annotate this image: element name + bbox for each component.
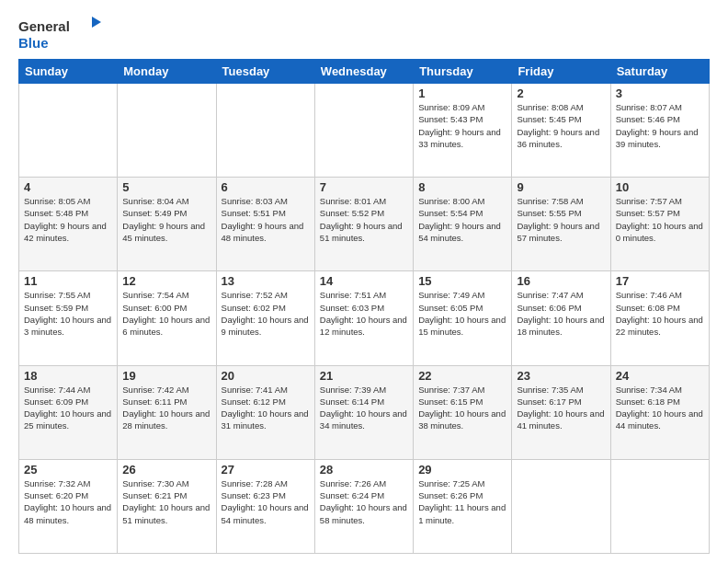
day-number: 4: [24, 180, 112, 194]
day-cell: 27Sunrise: 7:28 AM Sunset: 6:23 PM Dayli…: [216, 459, 314, 553]
day-number: 11: [24, 274, 112, 288]
day-number: 20: [222, 369, 310, 383]
week-row-2: 4Sunrise: 8:05 AM Sunset: 5:48 PM Daylig…: [19, 178, 710, 271]
day-number: 25: [24, 463, 112, 477]
day-info: Sunrise: 7:34 AM Sunset: 6:18 PM Dayligh…: [616, 384, 704, 432]
day-number: 6: [222, 180, 310, 194]
day-number: 16: [517, 274, 605, 288]
day-cell: 21Sunrise: 7:39 AM Sunset: 6:14 PM Dayli…: [314, 365, 413, 459]
day-info: Sunrise: 8:00 AM Sunset: 5:54 PM Dayligh…: [418, 195, 506, 244]
day-cell: 11Sunrise: 7:55 AM Sunset: 5:59 PM Dayli…: [19, 271, 118, 365]
day-info: Sunrise: 7:44 AM Sunset: 6:09 PM Dayligh…: [24, 384, 112, 432]
day-cell: 23Sunrise: 7:35 AM Sunset: 6:17 PM Dayli…: [512, 365, 610, 459]
day-cell: 4Sunrise: 8:05 AM Sunset: 5:48 PM Daylig…: [19, 178, 118, 271]
day-cell: 6Sunrise: 8:03 AM Sunset: 5:51 PM Daylig…: [216, 178, 314, 271]
calendar-table: SundayMondayTuesdayWednesdayThursdayFrid…: [18, 59, 710, 554]
logo: General Blue: [18, 15, 101, 52]
day-cell: 20Sunrise: 7:41 AM Sunset: 6:12 PM Dayli…: [216, 365, 314, 459]
day-info: Sunrise: 8:03 AM Sunset: 5:51 PM Dayligh…: [222, 195, 310, 244]
day-number: 5: [122, 180, 210, 194]
day-info: Sunrise: 7:41 AM Sunset: 6:12 PM Dayligh…: [222, 384, 310, 432]
day-cell: 17Sunrise: 7:46 AM Sunset: 6:08 PM Dayli…: [610, 271, 709, 365]
day-cell: [314, 84, 413, 178]
week-row-3: 11Sunrise: 7:55 AM Sunset: 5:59 PM Dayli…: [19, 271, 710, 365]
day-info: Sunrise: 7:54 AM Sunset: 6:00 PM Dayligh…: [122, 289, 210, 338]
day-info: Sunrise: 8:08 AM Sunset: 5:45 PM Dayligh…: [517, 101, 605, 150]
day-info: Sunrise: 7:32 AM Sunset: 6:20 PM Dayligh…: [24, 477, 112, 526]
day-info: Sunrise: 7:51 AM Sunset: 6:03 PM Dayligh…: [320, 289, 408, 338]
day-number: 17: [616, 274, 704, 288]
day-header-tuesday: Tuesday: [216, 60, 314, 84]
day-header-thursday: Thursday: [414, 60, 512, 84]
day-cell: 16Sunrise: 7:47 AM Sunset: 6:06 PM Dayli…: [512, 271, 610, 365]
day-number: 21: [320, 369, 408, 383]
svg-text:General: General: [18, 18, 70, 34]
day-cell: 1Sunrise: 8:09 AM Sunset: 5:43 PM Daylig…: [414, 84, 512, 178]
day-cell: 13Sunrise: 7:52 AM Sunset: 6:02 PM Dayli…: [216, 271, 314, 365]
day-number: 19: [122, 369, 210, 383]
day-cell: 18Sunrise: 7:44 AM Sunset: 6:09 PM Dayli…: [19, 365, 118, 459]
day-info: Sunrise: 7:37 AM Sunset: 6:15 PM Dayligh…: [418, 384, 506, 432]
day-number: 9: [517, 180, 605, 194]
day-cell: 19Sunrise: 7:42 AM Sunset: 6:11 PM Dayli…: [118, 365, 216, 459]
day-cell: 26Sunrise: 7:30 AM Sunset: 6:21 PM Dayli…: [118, 459, 216, 553]
day-cell: 9Sunrise: 7:58 AM Sunset: 5:55 PM Daylig…: [512, 178, 610, 271]
day-number: 22: [418, 369, 506, 383]
week-row-5: 25Sunrise: 7:32 AM Sunset: 6:20 PM Dayli…: [19, 459, 710, 553]
week-row-1: 1Sunrise: 8:09 AM Sunset: 5:43 PM Daylig…: [19, 84, 710, 178]
day-cell: 29Sunrise: 7:25 AM Sunset: 6:26 PM Dayli…: [414, 459, 512, 553]
day-cell: [512, 459, 610, 553]
page: General Blue SundayMondayTuesdayWednesda…: [0, 0, 728, 563]
day-cell: 3Sunrise: 8:07 AM Sunset: 5:46 PM Daylig…: [610, 84, 709, 178]
svg-text:Blue: Blue: [18, 35, 49, 51]
day-header-friday: Friday: [512, 60, 610, 84]
day-number: 13: [222, 274, 310, 288]
day-cell: 8Sunrise: 8:00 AM Sunset: 5:54 PM Daylig…: [414, 178, 512, 271]
day-info: Sunrise: 7:58 AM Sunset: 5:55 PM Dayligh…: [517, 195, 605, 244]
day-number: 27: [222, 463, 310, 477]
day-info: Sunrise: 7:39 AM Sunset: 6:14 PM Dayligh…: [320, 384, 408, 432]
day-number: 29: [418, 463, 506, 477]
day-info: Sunrise: 7:49 AM Sunset: 6:05 PM Dayligh…: [418, 289, 506, 338]
day-cell: 28Sunrise: 7:26 AM Sunset: 6:24 PM Dayli…: [314, 459, 413, 553]
day-number: 12: [122, 274, 210, 288]
day-cell: 25Sunrise: 7:32 AM Sunset: 6:20 PM Dayli…: [19, 459, 118, 553]
day-info: Sunrise: 8:05 AM Sunset: 5:48 PM Dayligh…: [24, 195, 112, 244]
day-number: 3: [616, 86, 704, 100]
day-cell: 10Sunrise: 7:57 AM Sunset: 5:57 PM Dayli…: [610, 178, 709, 271]
day-number: 18: [24, 369, 112, 383]
day-cell: 15Sunrise: 7:49 AM Sunset: 6:05 PM Dayli…: [414, 271, 512, 365]
day-info: Sunrise: 7:30 AM Sunset: 6:21 PM Dayligh…: [122, 477, 210, 526]
day-cell: [610, 459, 709, 553]
day-header-monday: Monday: [118, 60, 216, 84]
day-info: Sunrise: 7:26 AM Sunset: 6:24 PM Dayligh…: [320, 477, 408, 526]
day-number: 26: [122, 463, 210, 477]
week-row-4: 18Sunrise: 7:44 AM Sunset: 6:09 PM Dayli…: [19, 365, 710, 459]
day-cell: 22Sunrise: 7:37 AM Sunset: 6:15 PM Dayli…: [414, 365, 512, 459]
day-header-wednesday: Wednesday: [314, 60, 413, 84]
day-number: 2: [517, 86, 605, 100]
day-header-sunday: Sunday: [19, 60, 118, 84]
day-number: 14: [320, 274, 408, 288]
day-cell: 24Sunrise: 7:34 AM Sunset: 6:18 PM Dayli…: [610, 365, 709, 459]
day-info: Sunrise: 7:55 AM Sunset: 5:59 PM Dayligh…: [24, 289, 112, 338]
day-cell: 12Sunrise: 7:54 AM Sunset: 6:00 PM Dayli…: [118, 271, 216, 365]
day-info: Sunrise: 7:42 AM Sunset: 6:11 PM Dayligh…: [122, 384, 210, 432]
day-header-saturday: Saturday: [610, 60, 709, 84]
day-info: Sunrise: 7:57 AM Sunset: 5:57 PM Dayligh…: [616, 195, 704, 244]
day-number: 23: [517, 369, 605, 383]
day-number: 15: [418, 274, 506, 288]
day-info: Sunrise: 7:35 AM Sunset: 6:17 PM Dayligh…: [517, 384, 605, 432]
day-info: Sunrise: 7:47 AM Sunset: 6:06 PM Dayligh…: [517, 289, 605, 338]
day-cell: [216, 84, 314, 178]
day-cell: 14Sunrise: 7:51 AM Sunset: 6:03 PM Dayli…: [314, 271, 413, 365]
day-number: 24: [616, 369, 704, 383]
day-cell: [118, 84, 216, 178]
day-info: Sunrise: 7:52 AM Sunset: 6:02 PM Dayligh…: [222, 289, 310, 338]
day-info: Sunrise: 8:09 AM Sunset: 5:43 PM Dayligh…: [418, 101, 506, 150]
day-number: 1: [418, 86, 506, 100]
day-info: Sunrise: 7:25 AM Sunset: 6:26 PM Dayligh…: [418, 477, 506, 526]
svg-marker-1: [92, 17, 101, 28]
day-info: Sunrise: 8:04 AM Sunset: 5:49 PM Dayligh…: [122, 195, 210, 244]
day-info: Sunrise: 8:07 AM Sunset: 5:46 PM Dayligh…: [616, 101, 704, 150]
